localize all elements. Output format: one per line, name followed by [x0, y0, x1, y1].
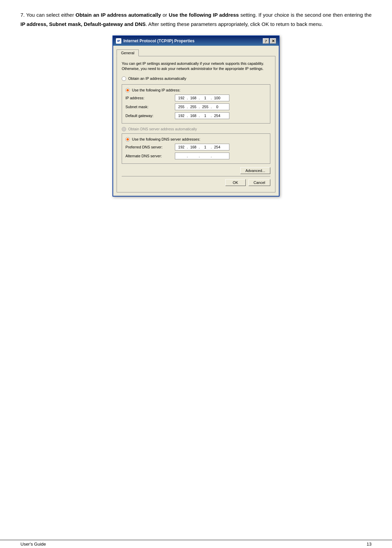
ip-address-field[interactable]: 192 . 168 . 1 . 100: [175, 95, 229, 101]
help-button[interactable]: ?: [263, 38, 269, 44]
radio-dns-dot: [126, 138, 129, 141]
cancel-button[interactable]: Cancel: [248, 179, 270, 186]
dialog-container: IP Internet Protocol (TCP/IP) Properties…: [20, 35, 372, 197]
bold-obtain: Obtain an IP address automatically: [76, 12, 161, 18]
subnet-d: 0: [212, 105, 222, 109]
gw-b: 168: [189, 114, 198, 118]
subnet-mask-row: Subnet mask: 255 . 255 . 255 . 0: [125, 103, 267, 110]
tcp-ip-icon: IP: [116, 38, 121, 44]
pref-dns-label: Preferred DNS server:: [125, 145, 175, 149]
radio-use-dns[interactable]: [125, 137, 130, 142]
dialog-content: You can get IP settings assigned automat…: [117, 56, 275, 192]
page-footer: User's Guide 13: [0, 540, 392, 548]
gw-a: 192: [177, 114, 186, 118]
ip-b: 168: [189, 96, 198, 100]
radio-dns-auto-row[interactable]: Obtain DNS server address automatically: [122, 127, 270, 131]
ip-d: 100: [212, 96, 222, 100]
ip-section: Use the following IP address: IP address…: [122, 84, 270, 124]
tab-bar: General: [117, 49, 275, 56]
dialog-body: General You can get IP settings assigned…: [113, 46, 279, 196]
pdns-d: 254: [212, 145, 222, 149]
dialog-footer-buttons: OK Cancel: [122, 176, 270, 187]
prefix-text: 7. You can select either: [20, 12, 76, 18]
bold-use: Use the following IP address: [169, 12, 239, 18]
radio-dot: [126, 89, 129, 91]
subnet-mask-field[interactable]: 255 . 255 . 255 . 0: [175, 103, 229, 110]
dialog-titlebar: IP Internet Protocol (TCP/IP) Properties…: [113, 36, 279, 46]
pdns-a: 192: [177, 145, 186, 149]
default-gw-field[interactable]: 192 . 168 . 1 . 254: [175, 112, 229, 119]
pref-dns-field[interactable]: 192 . 168 . 1 . 254: [175, 144, 229, 150]
dialog-window: IP Internet Protocol (TCP/IP) Properties…: [112, 35, 280, 197]
default-gw-label: Default gateway:: [125, 114, 175, 118]
subnet-mask-label: Subnet mask:: [125, 105, 175, 109]
gw-c: 1: [200, 114, 210, 118]
gw-d: 254: [212, 114, 222, 118]
alt-dns-label: Alternate DNS server:: [125, 154, 175, 158]
ip-c: 1: [200, 96, 210, 100]
ip-address-label: IP address:: [125, 96, 175, 100]
advanced-button[interactable]: Advanced...: [240, 167, 270, 174]
radio-use-following[interactable]: [125, 88, 130, 92]
ip-address-row: IP address: 192 . 168 . 1 . 100: [125, 95, 267, 101]
radio-use-following-label: Use the following IP address:: [132, 88, 180, 92]
radio-use-dns-label: Use the following DNS server addresses:: [132, 137, 200, 141]
radio-obtain-auto-label: Obtain an IP address automatically: [128, 76, 186, 81]
radio-dns-auto[interactable]: [122, 127, 126, 131]
dialog-title: Internet Protocol (TCP/IP) Properties: [123, 39, 195, 43]
default-gw-row: Default gateway: 192 . 168 . 1 . 254: [125, 112, 267, 119]
middle2-text: setting. If your choice is the second on…: [239, 12, 372, 18]
ok-button[interactable]: OK: [225, 179, 246, 186]
pref-dns-row: Preferred DNS server: 192 . 168 . 1 . 25…: [125, 144, 267, 150]
close-button[interactable]: ✕: [270, 38, 276, 44]
footer-left: User's Guide: [20, 542, 46, 547]
titlebar-title: IP Internet Protocol (TCP/IP) Properties: [116, 38, 195, 44]
subnet-b: 255: [189, 105, 198, 109]
info-text: You can get IP settings assigned automat…: [122, 61, 270, 72]
dns-section: Obtain DNS server address automatically: [122, 127, 270, 131]
pdns-b: 168: [189, 145, 198, 149]
advanced-row: Advanced...: [122, 167, 270, 174]
alt-dns-row: Alternate DNS server: . . .: [125, 153, 267, 159]
radio-obtain-auto[interactable]: [122, 76, 126, 81]
alt-dns-field[interactable]: . . .: [175, 153, 229, 159]
bold-ip-details: IP address, Subnet mask, Default-gateway…: [20, 21, 146, 27]
radio-dns-auto-label: Obtain DNS server address automatically: [128, 127, 197, 131]
tab-general[interactable]: General: [117, 49, 139, 56]
radio-use-dns-row[interactable]: Use the following DNS server addresses:: [125, 137, 267, 142]
suffix-text: . After setting these parameters appropr…: [146, 21, 323, 27]
middle1-text: or: [161, 12, 169, 18]
radio-obtain-auto-row[interactable]: Obtain an IP address automatically: [122, 76, 270, 81]
titlebar-buttons: ? ✕: [263, 38, 276, 44]
radio-use-following-row[interactable]: Use the following IP address:: [125, 88, 267, 92]
pdns-c: 1: [200, 145, 210, 149]
main-paragraph: 7. You can select either Obtain an IP ad…: [20, 10, 372, 29]
ip-a: 192: [177, 96, 186, 100]
subnet-a: 255: [177, 105, 186, 109]
ip-radio-group: Obtain an IP address automatically: [122, 76, 270, 81]
subnet-c: 255: [200, 105, 210, 109]
dns-entries-section: Use the following DNS server addresses: …: [122, 133, 270, 164]
footer-right: 13: [367, 542, 372, 547]
